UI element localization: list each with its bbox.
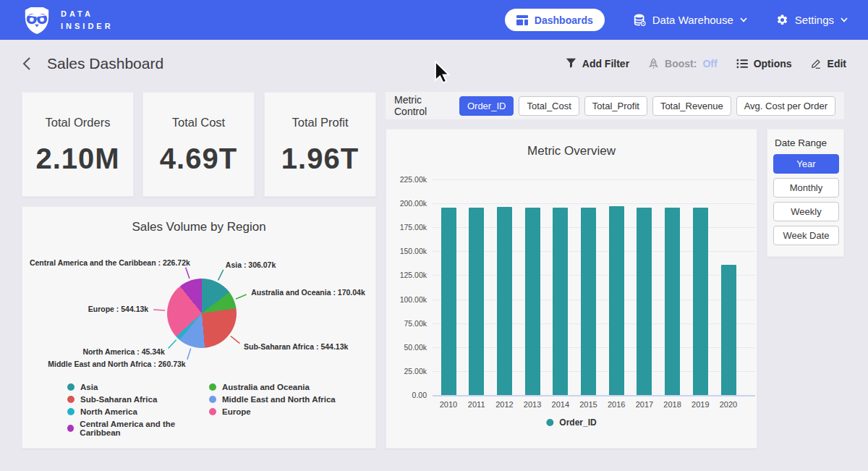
metric-control-label: Metric Control: [394, 94, 448, 117]
legend-label: Central America and the Caribbean: [80, 420, 209, 437]
data-warehouse-menu[interactable]: Data Warehouse: [634, 14, 747, 26]
y-axis-tick: 200.00k: [386, 199, 427, 208]
y-axis-tick: 150.00k: [386, 247, 427, 255]
settings-menu[interactable]: Settings: [776, 14, 848, 26]
gridline: [433, 179, 755, 180]
back-button[interactable]: [22, 56, 31, 71]
x-axis-label: 2014: [546, 400, 575, 409]
legend-dot: [546, 419, 553, 426]
top-nav: DATA INSIDER Dashboards: [0, 0, 868, 40]
bar-chart-card: Metric Overview 0.0025.00k50.00k75.00k10…: [386, 129, 757, 449]
bar-2011[interactable]: [469, 208, 484, 395]
bar-2010[interactable]: [441, 208, 456, 395]
legend-dot: [209, 408, 216, 415]
legend-label: Asia: [80, 383, 98, 391]
metric-button-total-revenue[interactable]: Total_Revenue: [652, 96, 731, 116]
back-chevron-icon: [22, 56, 31, 71]
bar-2014[interactable]: [553, 208, 568, 395]
bar-2016[interactable]: [609, 206, 624, 395]
kpi-card: Total Orders2.10M: [22, 92, 134, 197]
pie-chart[interactable]: [167, 279, 237, 348]
x-axis-label: 2019: [686, 400, 715, 409]
nav-menu: Dashboards Data Warehouse: [505, 9, 848, 31]
date-range-buttons: YearMonthlyWeeklyWeek Date: [773, 154, 838, 245]
kpi-label: Total Orders: [46, 116, 111, 130]
kpi-card: Total Cost4.69T: [142, 92, 255, 197]
bar-2020[interactable]: [721, 265, 736, 395]
boost-label: Boost:: [665, 58, 697, 69]
pie-leader-line: [231, 336, 240, 344]
edit-pencil-icon: [811, 58, 822, 69]
legend-dot: [209, 383, 216, 391]
chevron-down-icon: [841, 17, 848, 22]
pie-leader-line: [236, 294, 247, 299]
pie-legend: AsiaAustralia and OceaniaSub-Saharan Afr…: [67, 383, 336, 437]
legend-label: North America: [80, 407, 137, 416]
pie-legend-item-central-america-and-the-caribbean[interactable]: Central America and the Caribbean: [67, 420, 209, 437]
add-filter-button[interactable]: Add Filter: [566, 58, 629, 69]
x-axis-label: 2012: [490, 400, 519, 409]
pie-chart-card: Sales Volume by Region Asia : 306.07kAus…: [22, 206, 376, 449]
owl-logo-icon: [22, 6, 52, 35]
pie-legend-item-sub-saharan-africa[interactable]: Sub-Saharan Africa: [67, 395, 209, 404]
options-button[interactable]: Options: [736, 58, 792, 69]
pie-leader-line: [218, 270, 224, 280]
x-axis-label: 2013: [518, 400, 547, 409]
bar-2017[interactable]: [637, 208, 652, 395]
pie-legend-item-asia[interactable]: Asia: [67, 383, 209, 391]
metric-button-total-cost[interactable]: Total_Cost: [519, 96, 579, 116]
date-range-weekly[interactable]: Weekly: [773, 202, 839, 221]
date-range-panel: Date Range YearMonthlyWeeklyWeek Date: [767, 129, 844, 257]
legend-dot: [67, 425, 74, 432]
bar-2012[interactable]: [497, 207, 512, 395]
x-axis-label: 2010: [434, 400, 463, 409]
metric-button-avg-cost-per-order[interactable]: Avg. Cost per Order: [736, 96, 835, 116]
page-header: Sales Dashboard Add Filter Boost: Off: [0, 40, 868, 87]
x-axis-label: 2018: [658, 400, 687, 409]
gridline: [433, 203, 755, 204]
y-axis-tick: 175.00k: [386, 223, 427, 232]
legend-dot: [67, 396, 75, 403]
options-label: Options: [754, 58, 792, 69]
dashboards-button[interactable]: Dashboards: [505, 9, 605, 31]
pie-legend-item-north-america[interactable]: North America: [67, 407, 209, 416]
bar-2015[interactable]: [581, 208, 596, 395]
pie-legend-item-europe[interactable]: Europe: [209, 407, 336, 416]
app-root: DATA INSIDER Dashboards: [0, 0, 868, 471]
pie-leader-line: [187, 349, 191, 360]
x-axis-label: 2011: [462, 400, 491, 409]
y-axis-tick: 50.00k: [386, 343, 427, 352]
legend-label: Australia and Oceania: [222, 383, 310, 391]
bar-2018[interactable]: [665, 208, 680, 395]
pie-leader-line: [186, 268, 190, 279]
kpi-label: Total Profit: [292, 116, 349, 130]
database-icon: [634, 14, 646, 26]
edit-label: Edit: [827, 58, 846, 69]
legend-dot: [67, 408, 75, 415]
bar-2019[interactable]: [693, 208, 708, 395]
date-range-monthly[interactable]: Monthly: [773, 178, 839, 198]
y-axis-tick: 225.00k: [386, 175, 427, 184]
page-title: Sales Dashboard: [47, 55, 163, 72]
brand-logo[interactable]: DATA INSIDER: [22, 6, 114, 35]
date-range-year[interactable]: Year: [773, 154, 839, 174]
metric-buttons: Order_IDTotal_CostTotal_ProfitTotal_Reve…: [459, 96, 835, 116]
pie-legend-item-australia-and-oceania[interactable]: Australia and Oceania: [209, 383, 336, 391]
x-axis-line: [433, 395, 755, 396]
options-list-icon: [736, 59, 748, 69]
chevron-down-icon: [740, 17, 747, 22]
metric-button-total-profit[interactable]: Total_Profit: [584, 96, 647, 116]
pie-legend-item-middle-east-and-north-africa[interactable]: Middle East and North Africa: [209, 395, 336, 404]
bar-chart-legend[interactable]: Order_ID: [546, 417, 596, 428]
metric-button-order-id[interactable]: Order_ID: [459, 96, 514, 116]
boost-toggle[interactable]: Boost: Off: [648, 58, 718, 69]
data-warehouse-label: Data Warehouse: [652, 14, 733, 26]
date-range-week-date[interactable]: Week Date: [773, 226, 839, 245]
edit-button[interactable]: Edit: [811, 58, 846, 69]
metric-control-strip: Metric Control Order_IDTotal_CostTotal_P…: [386, 92, 844, 119]
x-axis-label: 2017: [630, 400, 659, 409]
bar-2013[interactable]: [525, 208, 540, 395]
pie-slice-label: Middle East and North Africa : 260.73k: [48, 360, 186, 368]
rocket-icon: [648, 58, 659, 69]
bar-chart-title: Metric Overview: [386, 144, 757, 158]
